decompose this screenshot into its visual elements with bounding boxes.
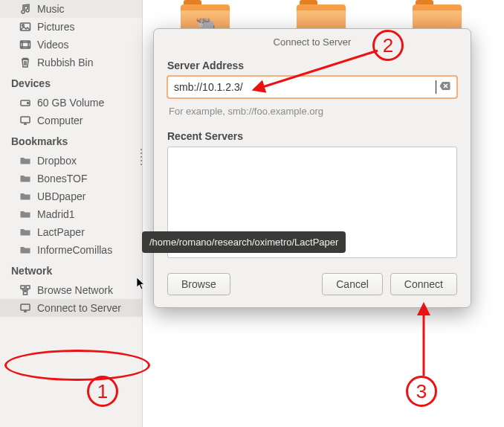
sidebar-item-ubdpaper[interactable]: UBDpaper [0,187,142,205]
sidebar-item-label: LactPaper [37,226,85,238]
sidebar-item-label: InformeComillas [37,244,112,256]
sidebar-item-music[interactable]: Music [0,0,142,18]
server-address-input[interactable] [172,80,437,94]
clear-input-icon[interactable] [438,81,452,93]
sidebar-header-network: Network [0,259,142,281]
sidebar-item-label: UBDpaper [37,190,85,202]
sidebar-item-label: BonesTOF [37,173,87,184]
server-icon [19,302,31,314]
sidebar-item-lactpaper[interactable]: LactPaper [0,223,142,241]
network-icon [19,284,31,296]
connect-to-server-dialog: Connect to Server Server Address For exa… [153,28,471,308]
sidebar-item-browse-network[interactable]: Browse Network [0,281,142,299]
folder-icon [19,155,31,167]
svg-rect-9 [21,304,30,310]
svg-rect-6 [21,286,25,289]
sidebar-item-label: Connect to Server [37,302,121,314]
sidebar-header-bookmarks: Bookmarks [0,129,142,152]
text-caret-icon [436,80,436,94]
sidebar-item-label: Computer [37,115,83,126]
svg-point-4 [28,103,29,104]
music-icon [19,3,31,15]
videos-icon [19,39,31,51]
folder-icon [19,244,31,256]
mouse-cursor-icon [136,277,146,293]
sidebar-item-label: Madrid1 [37,208,75,220]
server-address-label: Server Address [167,60,457,71]
folder-icon [19,226,31,238]
svg-rect-8 [24,292,28,295]
svg-rect-7 [26,286,30,289]
server-address-input-wrap[interactable] [167,76,457,98]
sidebar-item-label: Pictures [37,21,75,33]
sidebar-item-pictures[interactable]: Pictures [0,18,142,36]
sidebar-header-devices: Devices [0,71,142,94]
recent-servers-label: Recent Servers [167,130,457,142]
sidebar: Music Pictures Videos Rubbish Bin Device… [0,0,143,427]
drive-icon [19,97,31,109]
folder-icon [19,190,31,202]
browse-button[interactable]: Browse [167,273,230,295]
path-tooltip: /home/romano/research/oximetro/LactPaper [142,231,346,253]
connect-button[interactable]: Connect [390,273,457,295]
cancel-button[interactable]: Cancel [322,273,383,295]
folder-icon [19,173,31,184]
pictures-icon [19,21,31,33]
sidebar-item-label: Browse Network [37,284,113,296]
sidebar-item-connect-to-server[interactable]: Connect to Server [0,299,142,317]
sidebar-item-label: Music [37,3,65,15]
sidebar-item-label: Dropbox [37,155,77,167]
sidebar-item-videos[interactable]: Videos [0,36,142,54]
sidebar-item-computer[interactable]: Computer [0,112,142,129]
sidebar-item-madrid1[interactable]: Madrid1 [0,205,142,223]
dialog-title: Connect to Server [154,29,471,54]
sidebar-item-label: 60 GB Volume [37,97,104,109]
sidebar-item-dropbox[interactable]: Dropbox [0,152,142,170]
svg-point-1 [22,25,25,27]
sidebar-item-label: Rubbish Bin [37,57,94,68]
sidebar-item-informecomillas[interactable]: InformeComillas [0,241,142,259]
folder-icon [19,208,31,220]
sidebar-item-volume[interactable]: 60 GB Volume [0,94,142,112]
server-address-example: For example, smb://foo.example.org [169,106,456,117]
svg-rect-5 [21,117,30,123]
trash-icon [19,57,31,68]
sidebar-item-trash[interactable]: Rubbish Bin [0,54,142,71]
computer-icon [19,115,31,126]
sidebar-item-label: Videos [37,39,69,51]
sidebar-item-bonestof[interactable]: BonesTOF [0,170,142,187]
